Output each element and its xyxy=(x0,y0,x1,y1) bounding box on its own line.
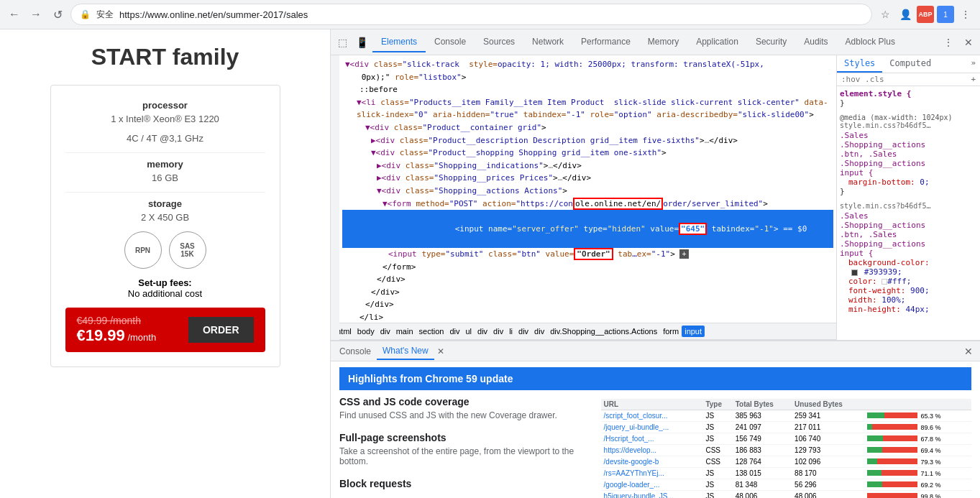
dom-line[interactable]: ▶<div class="Product__description Descri… xyxy=(342,134,833,147)
style-source-2: style.min.css?b46df5… xyxy=(840,202,977,210)
tab-close-btn[interactable]: ✕ xyxy=(437,346,444,356)
secure-label: 安全 xyxy=(96,9,114,21)
style-rule-media: @media (max-width: 1024px) style.min.css… xyxy=(840,114,977,196)
console-tab[interactable]: Console xyxy=(334,343,377,359)
star-button[interactable]: ☆ xyxy=(876,6,894,23)
order-button[interactable]: ORDER xyxy=(188,317,254,343)
highlight-desc-2: Take a screenshot of the entire page, fr… xyxy=(339,446,587,466)
dom-line[interactable]: ▼<li class="Products__item Family__item … xyxy=(342,96,833,121)
highlight-screenshots: Full-page screenshots Take a screenshot … xyxy=(339,432,587,466)
dom-line[interactable]: <input type="submit" class="btn" value="… xyxy=(342,248,833,261)
style-prop-color: color: #fff; xyxy=(840,277,977,286)
tab-adblock[interactable]: Adblock Plus xyxy=(837,32,904,52)
breadcrumb-div5[interactable]: div xyxy=(516,326,531,337)
breadcrumb-main[interactable]: main xyxy=(393,326,416,337)
menu-button[interactable]: ⋮ xyxy=(957,6,974,23)
dom-line[interactable]: ▼<div class="Product__container grid"> xyxy=(342,121,833,134)
bottom-panel-close[interactable]: ✕ xyxy=(960,346,977,357)
dom-line[interactable]: </div> xyxy=(342,286,833,299)
dom-line[interactable]: ▶<div class="Shopping__prices Prices">…<… xyxy=(342,172,833,185)
element-style-end: } xyxy=(840,98,977,108)
device-icon[interactable]: 📱 xyxy=(352,34,372,51)
actions-selector: .Sales.Shopping__actions.btn, .Sales.Sho… xyxy=(840,211,977,258)
profile-button[interactable]: 👤 xyxy=(897,6,914,23)
tab-security[interactable]: Security xyxy=(747,32,795,52)
dom-line[interactable]: ▼<div class="Shopping__actions Actions"> xyxy=(342,185,833,198)
computed-tab[interactable]: Computed xyxy=(882,55,938,73)
devtools-menu[interactable]: ⋮ xyxy=(940,34,957,51)
rpn-badge: RPN xyxy=(124,231,162,269)
price-month: /month xyxy=(127,332,156,343)
color-swatch[interactable] xyxy=(851,269,858,276)
adblock-icon[interactable]: ABP xyxy=(917,6,934,23)
breadcrumb-form[interactable]: form xyxy=(660,326,682,337)
whats-new-tab[interactable]: What's New xyxy=(377,343,434,360)
styles-filter-input[interactable] xyxy=(841,75,899,84)
breadcrumb-div4[interactable]: div xyxy=(490,326,506,337)
dom-line[interactable]: ▶<div class="Shopping__indications">…</d… xyxy=(342,160,833,172)
setup-fees: Set-up fees: No additional cost xyxy=(65,277,265,299)
add-style-btn[interactable]: + xyxy=(971,75,976,84)
breadcrumb-div1[interactable]: div xyxy=(377,326,393,337)
toolbar-icons: ☆ 👤 ABP 1 ⋮ xyxy=(876,6,974,23)
dom-line-selected[interactable]: <input name="server_offer" type="hidden"… xyxy=(342,210,833,248)
highlight-coverage: CSS and JS code coverage Find unused CSS… xyxy=(339,396,587,420)
style-prop-fw: font-weight: 900; xyxy=(840,286,977,295)
style-brace-end: } xyxy=(840,187,977,196)
reload-button[interactable]: ↺ xyxy=(49,6,66,23)
coverage-type: JS xyxy=(702,479,732,491)
styles-panel: Styles Computed » + element.style { } xyxy=(836,55,980,340)
breadcrumb-li[interactable]: li xyxy=(506,326,516,337)
coverage-row: /google-loader_... JS 81 348 56 296 69.2… xyxy=(601,479,971,491)
highlight-title-3: Block requests xyxy=(339,478,587,489)
col-type: Type xyxy=(702,399,732,410)
coverage-unused: 48 006 xyxy=(792,491,864,499)
breadcrumb-div6[interactable]: div xyxy=(531,326,547,337)
dom-line[interactable]: ▼<div class="Product__shopping Shopping … xyxy=(342,147,833,160)
tab-elements[interactable]: Elements xyxy=(372,32,426,52)
inspect-icon[interactable]: ⬚ xyxy=(334,34,352,51)
forward-button[interactable]: → xyxy=(27,6,45,23)
tab-application[interactable]: Application xyxy=(687,32,747,52)
tab-console[interactable]: Console xyxy=(426,32,475,52)
breadcrumb-ul[interactable]: ul xyxy=(462,326,475,337)
price-new: €19.99 xyxy=(77,326,125,344)
breadcrumb-div2[interactable]: div xyxy=(447,326,462,337)
dom-line[interactable]: </li> xyxy=(342,311,833,323)
coverage-bar: 67.8 % xyxy=(864,433,971,445)
breadcrumb-div-shopping[interactable]: div.Shopping__actions.Actions xyxy=(547,326,660,337)
breadcrumb-section[interactable]: section xyxy=(416,326,447,337)
coverage-url: h5jquery-bundle_JS... xyxy=(601,491,703,499)
tab-memory[interactable]: Memory xyxy=(639,32,687,52)
coverage-unused: 56 296 xyxy=(792,479,864,491)
dom-line[interactable]: </div> xyxy=(342,298,833,311)
badges: RPN SAS 15K xyxy=(65,231,265,269)
address-bar[interactable]: 🔒 安全 https://www.online.net/en/summer-20… xyxy=(70,4,872,25)
highlights-content: CSS and JS code coverage Find unused CSS… xyxy=(339,396,971,498)
dom-line[interactable]: 0px);" role="listbox"> xyxy=(342,71,833,84)
dom-line[interactable]: ▼<div class="slick-track style=opacity: … xyxy=(342,58,833,71)
breadcrumb-div3[interactable]: div xyxy=(475,326,490,337)
styles-tab[interactable]: Styles xyxy=(837,55,882,73)
back-button[interactable]: ← xyxy=(6,6,23,23)
dom-line[interactable]: </form> xyxy=(342,261,833,274)
coverage-url: /rs=AAZYThnYEj... xyxy=(601,468,703,479)
ext-button[interactable]: 1 xyxy=(937,6,954,23)
tab-audits[interactable]: Audits xyxy=(795,32,836,52)
col-unused: Unused Bytes xyxy=(792,399,864,410)
coverage-total: 138 015 xyxy=(733,468,792,479)
dom-line[interactable]: ▼<form method="POST" action="https://con… xyxy=(342,198,833,211)
style-color-value: #393939; xyxy=(840,267,977,277)
dom-panel[interactable]: ▼<div class="slick-track style=opacity: … xyxy=(331,55,836,323)
styles-more[interactable]: » xyxy=(966,55,980,73)
breadcrumb-body[interactable]: body xyxy=(354,326,377,337)
media-selector: .Sales.Shopping__actions.btn, .Sales.Sho… xyxy=(840,131,977,177)
coverage-total: 81 348 xyxy=(733,479,792,491)
devtools-close[interactable]: ✕ xyxy=(960,34,977,51)
tab-network[interactable]: Network xyxy=(523,32,572,52)
tab-sources[interactable]: Sources xyxy=(475,32,523,52)
dom-line[interactable]: ::before xyxy=(342,83,833,96)
dom-line[interactable]: </div> xyxy=(342,273,833,286)
breadcrumb-input[interactable]: input xyxy=(682,326,705,337)
tab-performance[interactable]: Performance xyxy=(572,32,639,52)
